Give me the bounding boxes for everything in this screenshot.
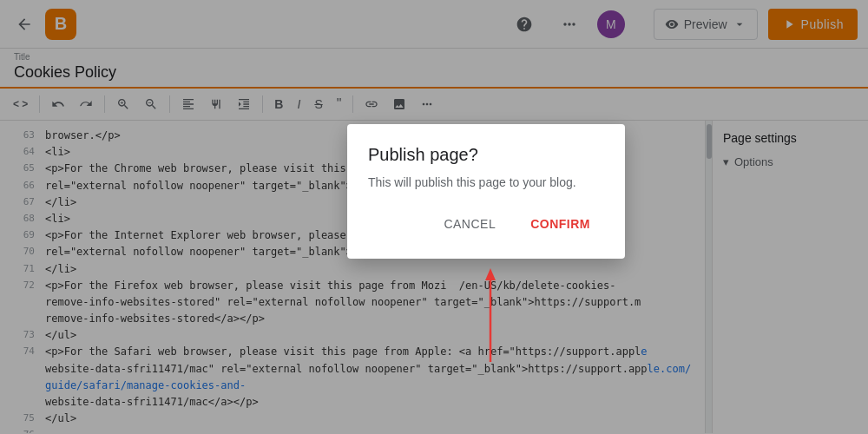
confirm-button[interactable]: CONFIRM [516, 210, 604, 238]
dialog-actions: CANCEL CONFIRM [368, 210, 604, 238]
dialog-overlay: Publish page? This will publish this pag… [0, 0, 868, 434]
publish-dialog: Publish page? This will publish this pag… [347, 124, 625, 259]
svg-marker-1 [485, 268, 496, 280]
arrow-indicator [484, 266, 496, 365]
dialog-title: Publish page? [368, 145, 604, 165]
dialog-body: This will publish this page to your blog… [368, 175, 604, 189]
cancel-button[interactable]: CANCEL [430, 210, 510, 238]
